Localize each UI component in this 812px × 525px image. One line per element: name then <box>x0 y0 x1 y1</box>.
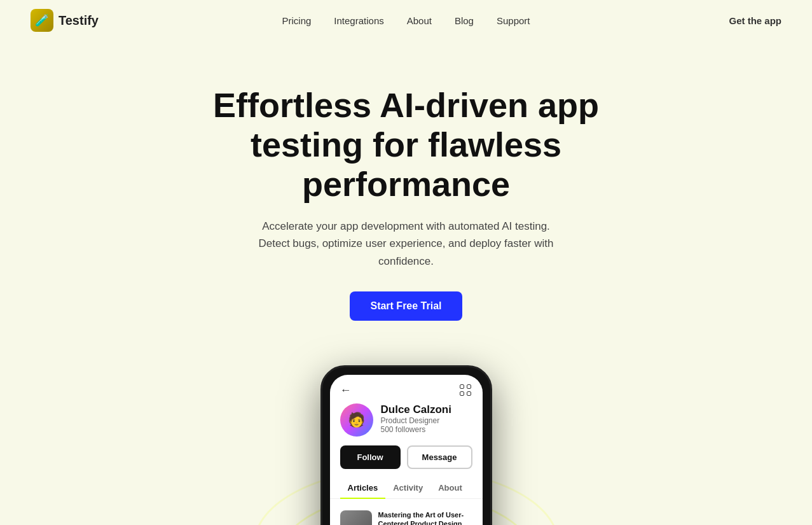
logo-icon: 🧪 <box>31 9 53 32</box>
profile-tabs: Articles Activity About <box>330 478 483 499</box>
dot-4 <box>467 391 471 396</box>
phone-screen: ← 🧑 Dulce Calzoni Product Designer 500 f… <box>330 375 483 525</box>
phone-mockup: ← 🧑 Dulce Calzoni Product Designer 500 f… <box>320 365 492 525</box>
start-trial-button[interactable]: Start Free Trial <box>350 291 462 321</box>
phone-header: ← <box>330 375 483 403</box>
dot-2 <box>467 384 471 389</box>
dots-menu-icon[interactable] <box>460 384 472 396</box>
tab-activity[interactable]: Activity <box>385 478 430 498</box>
dot-1 <box>460 384 464 389</box>
get-app-button[interactable]: Get the app <box>729 15 781 26</box>
nav-blog[interactable]: Blog <box>455 15 474 26</box>
hero-subtitle: Accelerate your app development with aut… <box>254 218 559 270</box>
hero-section: Effortless AI-driven app testing for fla… <box>0 41 812 346</box>
profile-name: Dulce Calzoni <box>381 403 451 416</box>
hero-title: Effortless AI-driven app testing for fla… <box>184 85 629 204</box>
profile-action-buttons: Follow Message <box>330 445 483 478</box>
article-content: Mastering the Art of User-Centered Produ… <box>378 510 472 525</box>
tab-about[interactable]: About <box>430 478 470 498</box>
profile-section: 🧑 Dulce Calzoni Product Designer 500 fol… <box>330 403 483 445</box>
article-title: Mastering the Art of User-Centered Produ… <box>378 510 472 525</box>
follow-button[interactable]: Follow <box>340 445 401 469</box>
logo[interactable]: 🧪 Testify <box>31 9 99 32</box>
nav-links: Pricing Integrations About Blog Support <box>282 15 530 26</box>
nav-about[interactable]: About <box>407 15 432 26</box>
article-thumbnail <box>340 510 372 525</box>
profile-title: Product Designer <box>381 416 451 425</box>
back-arrow-icon[interactable]: ← <box>340 384 352 397</box>
profile-followers: 500 followers <box>381 425 451 434</box>
nav-support[interactable]: Support <box>497 15 530 26</box>
message-button[interactable]: Message <box>407 445 472 469</box>
dot-3 <box>460 391 464 396</box>
navigation: 🧪 Testify Pricing Integrations About Blo… <box>0 0 812 41</box>
avatar: 🧑 <box>340 403 373 437</box>
nav-integrations[interactable]: Integrations <box>334 15 383 26</box>
logo-text: Testify <box>58 13 99 28</box>
profile-info: Dulce Calzoni Product Designer 500 follo… <box>381 403 451 434</box>
phone-wrapper: ← 🧑 Dulce Calzoni Product Designer 500 f… <box>0 365 812 525</box>
tab-articles[interactable]: Articles <box>340 478 386 499</box>
articles-list: Mastering the Art of User-Centered Produ… <box>330 499 483 525</box>
phone-section: ← 🧑 Dulce Calzoni Product Designer 500 f… <box>0 365 812 525</box>
nav-pricing[interactable]: Pricing <box>282 15 311 26</box>
article-item: Mastering the Art of User-Centered Produ… <box>330 504 483 525</box>
